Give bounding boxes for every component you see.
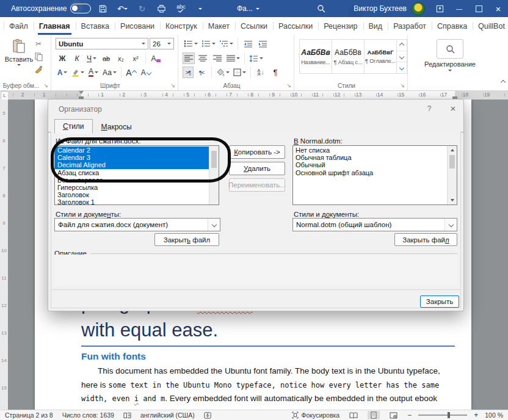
borders-button[interactable] bbox=[232, 67, 247, 78]
dialog-help-button[interactable]: ? bbox=[424, 104, 435, 113]
target-list-scrollbar[interactable] bbox=[447, 146, 457, 205]
ltr-direction-button[interactable]: >¶ bbox=[183, 67, 194, 78]
ribbon-tab[interactable]: Макет bbox=[203, 17, 235, 35]
close-file-left-button[interactable]: Закрыть файл bbox=[154, 233, 219, 246]
line-spacing-button[interactable] bbox=[248, 52, 264, 64]
style-cell[interactable]: АаБбВв ¶ Абзац с... bbox=[332, 39, 365, 74]
ribbon-tab[interactable]: Вид bbox=[363, 17, 388, 35]
align-right-button[interactable] bbox=[211, 52, 224, 64]
document-title[interactable]: Фа... bbox=[237, 0, 259, 17]
collapse-ribbon-button[interactable] bbox=[501, 76, 505, 87]
scroll-up-button[interactable] bbox=[448, 146, 457, 154]
autosave-toggle[interactable] bbox=[70, 4, 91, 13]
style-list-item[interactable]: Без интервала bbox=[55, 176, 209, 184]
clear-formatting-button[interactable]: А bbox=[149, 52, 162, 64]
ribbon-tab[interactable]: Главная bbox=[34, 17, 76, 35]
style-cell[interactable]: АаБбВвГ ¶ Оглавле... bbox=[364, 39, 397, 74]
first-line-indent-marker[interactable] bbox=[79, 91, 84, 94]
proofing-status[interactable] bbox=[123, 412, 131, 419]
ribbon-tab[interactable]: Конструк bbox=[160, 17, 203, 35]
ribbon-tab[interactable]: Разработ bbox=[388, 17, 432, 35]
search-button[interactable] bbox=[313, 0, 329, 17]
shrink-font-button[interactable]: А bbox=[139, 67, 153, 78]
cut-button[interactable]: ✂ bbox=[35, 40, 42, 48]
align-center-button[interactable] bbox=[196, 52, 209, 64]
scroll-down-button[interactable] bbox=[448, 196, 457, 205]
styles-dialog-launcher[interactable]: ↘ bbox=[400, 83, 405, 89]
align-left-button[interactable] bbox=[183, 52, 195, 64]
zoom-slider-thumb[interactable] bbox=[448, 412, 450, 418]
tab-macros[interactable]: Макросы bbox=[93, 120, 140, 134]
styles-scroll-up[interactable] bbox=[397, 40, 407, 51]
find-button[interactable] bbox=[437, 39, 463, 59]
spelling-button[interactable]: abc bbox=[173, 0, 189, 17]
web-layout-button[interactable] bbox=[386, 411, 401, 419]
ribbon-tab[interactable]: Справка bbox=[432, 17, 473, 35]
style-list-item[interactable]: Нет списка bbox=[293, 147, 447, 154]
paragraph-dialog-launcher[interactable]: ↘ bbox=[286, 83, 291, 89]
word-count[interactable]: Число слов: 1639 bbox=[62, 411, 114, 419]
styles-scroll-down[interactable] bbox=[397, 51, 407, 63]
undo-button[interactable]: ↶ bbox=[114, 0, 130, 17]
clipboard-dialog-launcher[interactable]: ↘ bbox=[43, 83, 48, 89]
ribbon-tab[interactable]: Вставка bbox=[76, 17, 115, 35]
close-button[interactable]: × bbox=[488, 0, 508, 17]
horizontal-ruler[interactable]: 2 1 12345678910111213141516171819 bbox=[8, 90, 508, 100]
justify-button[interactable] bbox=[225, 52, 241, 64]
multilevel-list-button[interactable] bbox=[218, 38, 234, 49]
zoom-in-button[interactable]: + bbox=[474, 411, 478, 419]
ribbon-tab[interactable]: Рецензир bbox=[318, 17, 363, 35]
change-case-button[interactable]: Аа bbox=[101, 67, 118, 78]
style-list-item[interactable]: Основной шрифт абзаца bbox=[293, 169, 447, 176]
font-color-button[interactable]: А bbox=[87, 67, 100, 78]
quick-print-button[interactable] bbox=[153, 0, 169, 17]
grow-font-button[interactable]: А bbox=[125, 67, 138, 78]
style-list-item[interactable]: Обычный bbox=[293, 161, 447, 168]
target-document-combo[interactable]: Normal.dotm (общий шаблон) bbox=[292, 218, 457, 231]
format-painter-button[interactable] bbox=[34, 65, 43, 73]
style-list-item[interactable]: Calendar 3 bbox=[55, 154, 209, 161]
font-dialog-launcher[interactable]: ↘ bbox=[170, 83, 175, 89]
style-list-item[interactable]: Гиперссылка bbox=[55, 184, 209, 191]
page-indicator[interactable]: Страница 2 из 8 bbox=[5, 411, 53, 419]
copy-styles-button[interactable]: Копировать -> bbox=[229, 145, 285, 159]
accessibility-checker[interactable] bbox=[204, 412, 211, 419]
language-indicator[interactable]: английский (США) bbox=[140, 411, 195, 419]
redo-button[interactable]: ↻ bbox=[134, 0, 150, 17]
scrollbar-thumb[interactable] bbox=[449, 155, 455, 168]
ribbon-tab[interactable]: Рисовани bbox=[115, 17, 160, 35]
sort-button[interactable]: АЯ ↓ bbox=[254, 67, 267, 78]
source-styles-list[interactable]: Calendar 2Calendar 3Decimal AlignedАбзац… bbox=[54, 145, 219, 205]
zoom-level[interactable]: 100 % bbox=[485, 411, 503, 419]
tab-styles[interactable]: Стили bbox=[54, 119, 93, 134]
strikethrough-button[interactable]: ab bbox=[100, 52, 113, 64]
highlight-button[interactable] bbox=[70, 67, 85, 78]
save-button[interactable] bbox=[95, 0, 111, 17]
print-layout-button[interactable] bbox=[368, 411, 380, 419]
underline-button[interactable]: Ч bbox=[85, 52, 98, 64]
style-cell[interactable]: АаБбВв Название... bbox=[299, 39, 332, 74]
maximize-button[interactable] bbox=[469, 0, 488, 17]
shading-button[interactable] bbox=[215, 67, 231, 78]
copy-button[interactable] bbox=[35, 52, 43, 61]
superscript-button[interactable]: x² bbox=[129, 52, 142, 64]
read-mode-button[interactable] bbox=[346, 411, 361, 419]
style-list-item[interactable]: Заголовок 1 bbox=[55, 198, 209, 205]
subscript-button[interactable]: x₂ bbox=[114, 52, 128, 64]
delete-style-button[interactable]: Удалить bbox=[229, 162, 285, 175]
source-list-scrollbar[interactable] bbox=[209, 146, 219, 205]
ribbon-tab[interactable]: Ссылки bbox=[235, 17, 273, 35]
ribbon-tab[interactable]: QuillBot bbox=[473, 17, 508, 35]
close-dialog-button[interactable]: Закрыть bbox=[420, 295, 459, 308]
style-list-item[interactable]: Calendar 2 bbox=[55, 147, 209, 154]
style-list-item[interactable]: Абзац списка bbox=[55, 169, 209, 176]
bold-button[interactable]: Ж bbox=[56, 52, 69, 64]
vertical-ruler[interactable]: 56789101112131415 bbox=[0, 100, 8, 410]
style-list-item[interactable]: Обычная таблица bbox=[293, 154, 447, 161]
bullets-button[interactable] bbox=[183, 38, 199, 49]
style-list-item[interactable]: Decimal Aligned bbox=[55, 161, 209, 168]
paste-button[interactable]: Вставить bbox=[5, 38, 33, 66]
source-document-combo[interactable]: Файл для сжатия.docx (документ) bbox=[54, 218, 220, 231]
show-marks-button[interactable]: ¶ bbox=[269, 67, 282, 78]
zoom-out-button[interactable]: − bbox=[407, 411, 412, 419]
